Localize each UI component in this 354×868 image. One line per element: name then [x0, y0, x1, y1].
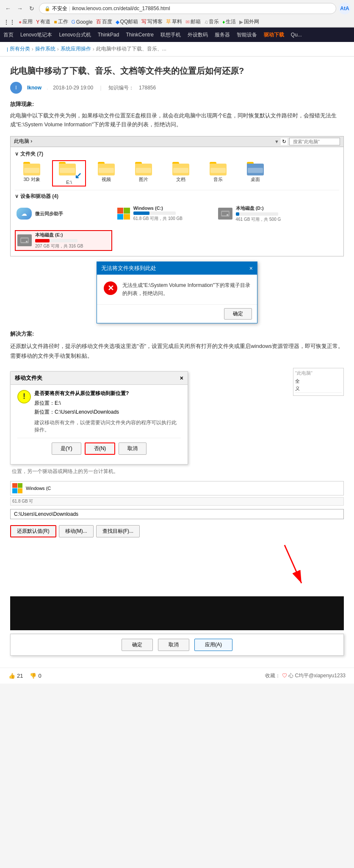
cloud-drive-icon: ☁ [17, 208, 32, 220]
red-arrow-svg [276, 541, 310, 592]
back-button[interactable]: ← [3, 4, 13, 13]
move-yes-button[interactable]: 是(Y) [52, 442, 81, 455]
bookmark-qqmail[interactable]: ◆ QQ邮箱 [116, 18, 138, 25]
thumbs-up-icon: 👍 [8, 673, 15, 679]
bookmark-life[interactable]: ♦ 生活 [222, 18, 236, 25]
bookmark-caoliao[interactable]: 草 草料 [166, 18, 182, 25]
bookmark-intl[interactable]: ▶ 国外网 [239, 18, 259, 25]
forward-button[interactable]: → [15, 4, 25, 13]
folder-e-drive[interactable]: ↙ E:\ [52, 160, 86, 186]
drive-d-bar [236, 212, 278, 216]
explorer-header: 此电脑 › ▼ ↻ [11, 136, 343, 147]
bookmark-apps[interactable]: ● 应用 [19, 18, 33, 25]
move-dialog-q-text: 是否要将所有文件从原位置移动到新位置? [34, 390, 181, 397]
bookmark-youdao[interactable]: Y 有道 [36, 18, 50, 25]
error-dialog-footer: 确定 [97, 304, 257, 323]
folder-video[interactable]: 视频 [89, 160, 123, 186]
breadcrumb-system-ops[interactable]: 系统应用操作 [61, 45, 91, 53]
drive-c[interactable]: Windows (C:) 61.8 GB 可用，共 100 GB [116, 204, 213, 223]
folder-desktop-label: 桌面 [251, 176, 260, 183]
refresh-explorer[interactable]: ↻ [281, 138, 288, 145]
nav-home[interactable]: 首页 [3, 31, 14, 39]
cancel-button[interactable]: 取消 [158, 639, 189, 651]
author-avatar: I [10, 82, 22, 94]
move-dialog-note: 建议移动所有文件，以便需要访问文件夹内容的程序可以执行此操作。 [34, 419, 181, 434]
nav-thinkcentre[interactable]: ThinkCentre [126, 32, 153, 38]
nav-driver[interactable]: 驱动下载 [264, 31, 284, 39]
footer-collect: 收藏： ♡ 心 C均平@xiapenyu1233 [265, 672, 346, 679]
breadcrumb-current: 此电脑中移动了下载、音乐、... [96, 45, 166, 53]
c-progress-row: 61.8 GB 可 [10, 497, 344, 506]
svg-line-7 [285, 545, 301, 583]
nav-peripherals[interactable]: 外设数码 [188, 31, 208, 39]
knowledge-id: 178856 [139, 85, 156, 91]
nav-server[interactable]: 服务器 [215, 31, 230, 39]
hdd-e-icon [17, 234, 32, 246]
error-dialog-close[interactable]: × [249, 265, 253, 272]
nav-smart[interactable]: 智能设备 [237, 31, 257, 39]
drives-section: ∨ 设备和驱动器 (4) [15, 190, 339, 200]
windows-c-row: Windows (C [10, 481, 344, 495]
path-input[interactable] [10, 509, 344, 519]
drive-e-bar [35, 239, 77, 242]
folder-pictures[interactable]: 图片 [127, 160, 160, 186]
bottom-ok-dialog: 确定 取消 应用(A) [10, 634, 344, 656]
move-dialog-close[interactable]: × [180, 375, 183, 381]
apply-button[interactable]: 应用(A) [194, 639, 232, 651]
like-button[interactable]: 👍 21 [8, 673, 23, 679]
refresh-button[interactable]: ↻ [27, 4, 36, 13]
meta-pipe: ｜ [98, 84, 103, 92]
solution-title: 解决方案: [10, 330, 344, 338]
explorer-search[interactable] [289, 138, 340, 145]
drive-d-info: 本地磁盘 (D:) 461 GB 可用，共 500 G [236, 205, 312, 223]
nav-more[interactable]: Qu... [291, 32, 302, 38]
drive-e[interactable]: 本地磁盘 (E:) 207 GB 可用，共 316 GB [15, 230, 112, 251]
move-dialog-body: ! 是否要将所有文件从原位置移动到新位置? 原位置：E:\ 新位置：C:\Use… [11, 385, 188, 464]
error-dialog-body: ✕ 无法生成"E:\System Volume Information"下的常规… [97, 275, 257, 304]
folder-music[interactable]: 音乐 [201, 160, 235, 186]
bookmark-work[interactable]: ■ 工作 [54, 18, 68, 25]
move-to: 新位置：C:\Users\Lenovo\Downloads [34, 409, 181, 416]
move-no-button[interactable]: 否(N) [85, 442, 116, 455]
bookmark-google[interactable]: G Google [72, 19, 93, 25]
error-dialog-title: 无法将文件夹移到此处 [101, 264, 156, 272]
folder-3d[interactable]: 3D 对象 [15, 160, 49, 186]
bottom-dialog-col: Windows (C 61.8 GB 可 还原默认值(R) 移动(M)... 查… [10, 481, 344, 537]
bookmark-music[interactable]: ♫ 音乐 [204, 18, 219, 25]
nav-phone[interactable]: 联想手机 [160, 31, 181, 39]
drive-d-fill [236, 212, 239, 216]
nav-lenovo-laptop[interactable]: Lenovo笔记本 [20, 31, 52, 39]
user-avatar: AtA [339, 3, 351, 14]
nav-thinkpad[interactable]: ThinkPad [98, 32, 119, 38]
right-search-hint: "此电脑" [295, 370, 342, 376]
breadcrumb-os[interactable]: 操作系统 [35, 45, 55, 53]
bookmark-blog[interactable]: 写 写博客 [141, 18, 163, 25]
right-divider [295, 392, 342, 393]
breadcrumb-all[interactable]: 所有分类 [10, 45, 30, 53]
move-button[interactable]: 移动(M)... [59, 525, 94, 537]
browser-toolbar: ← → ↻ 🔒 不安全 | iknow.lenovo.com.cn/detail… [0, 0, 354, 17]
find-target-button[interactable]: 查找目标(F)... [96, 525, 140, 537]
move-cancel-button[interactable]: 取消 [119, 442, 147, 455]
drive-cloud[interactable]: ☁ 微云同步助手 [15, 204, 112, 223]
folder-desktop[interactable]: 桌面 [238, 160, 272, 186]
address-bar[interactable]: 🔒 不安全 | iknow.lenovo.com.cn/detail/dc_17… [39, 3, 336, 14]
restore-default-button[interactable]: 还原默认值(R) [10, 525, 56, 537]
drive-d[interactable]: 本地磁盘 (D:) 461 GB 可用，共 500 G [216, 204, 314, 223]
error-ok-button[interactable]: 确定 [224, 308, 252, 320]
bookmark-mail[interactable]: ✉ 邮箱 [185, 18, 201, 25]
dislike-button[interactable]: 👎 0 [30, 673, 41, 679]
collect-label: 收藏： [265, 673, 280, 679]
bottom-section: Windows (C 61.8 GB 可 还原默认值(R) 移动(M)... 查… [10, 481, 344, 537]
ok-button[interactable]: 确定 [122, 639, 153, 651]
move-dialog-title-text: 移动文件夹 [15, 374, 42, 382]
folder-e-icon: ↙ [59, 162, 79, 179]
file-grid: 3D 对象 ↙ E:\ [15, 160, 339, 186]
bookmark-baidu[interactable]: 百 百度 [96, 18, 112, 25]
windows-c-label: Windows (C [26, 486, 51, 491]
svg-point-2 [227, 214, 228, 216]
nav-lenovo-desktop[interactable]: Lenovo台式机 [59, 31, 91, 39]
folder-documents[interactable]: 文档 [164, 160, 198, 186]
folder-e-label: E:\ [66, 180, 72, 185]
explorer-box: 此电脑 › ▼ ↻ ∨ 文件夹 (7) 3D [10, 136, 344, 256]
